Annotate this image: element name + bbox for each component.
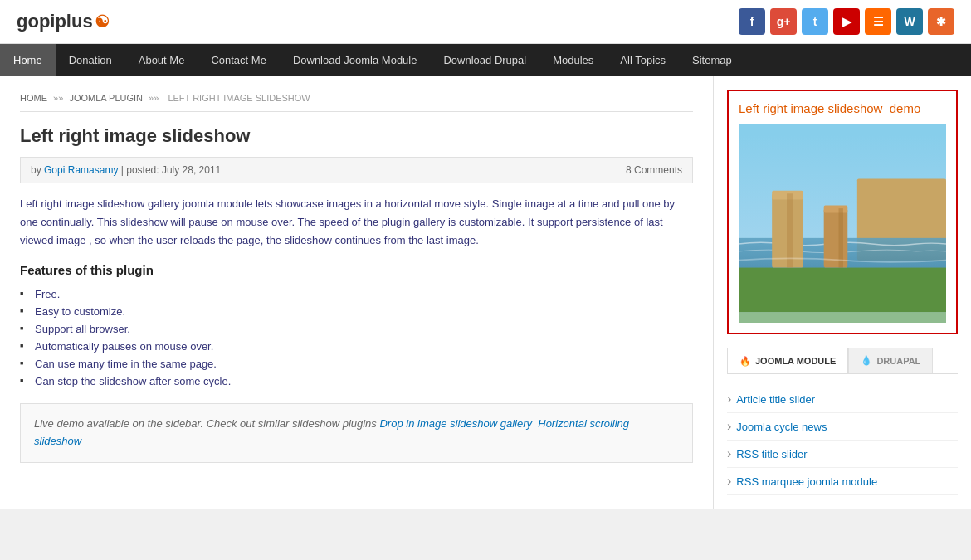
social-icons: f g+ t ▶ ☰ W ✱ [739,8,954,35]
main-container: HOME »» JOOMLA PLUGIN »» LEFT RIGHT IMAG… [0,76,971,509]
tab-joomla-module[interactable]: 🔥 JOOMLA MODULE [727,348,848,373]
article-comments[interactable]: 8 Comments [626,164,682,176]
flame-icon: 🔥 [739,356,751,367]
sidebar-link-3[interactable]: RSS title slider [736,448,807,460]
list-item: RSS title slider [727,441,958,468]
svg-rect-7 [824,206,848,213]
nav-item-contact[interactable]: Contact Me [198,44,279,76]
demo-scene-svg [739,124,946,323]
nav-item-download-joomla[interactable]: Download Joomla Module [280,44,431,76]
rss-icon[interactable]: ☰ [865,8,891,35]
feature-item: Can stop the slideshow after some cycle. [20,373,693,390]
nav-item-modules[interactable]: Modules [539,44,607,76]
article-body: Left right image slideshow gallery jooml… [20,195,693,250]
breadcrumb-sep1: »» [53,93,63,103]
meta-author-info: by Gopi Ramasamy | posted: July 28, 2011 [31,164,221,176]
demo-image [739,124,946,323]
breadcrumb-joomla[interactable]: JOOMLA PLUGIN [69,93,143,103]
article-author: Gopi Ramasamy [44,164,118,176]
features-title: Features of this plugin [20,263,693,277]
list-item: Joomla cycle news [727,413,958,441]
module-tabs: 🔥 JOOMLA MODULE 💧 DRUAPAL [727,348,958,374]
sidebar-link-1[interactable]: Article title slider [736,393,815,406]
google-plus-icon[interactable]: g+ [770,8,797,35]
tab-joomla-label: JOOMLA MODULE [755,356,836,366]
meta-by: by [31,164,41,176]
list-item: RSS marquee joomla module [727,468,958,495]
nav-item-donation[interactable]: Donation [56,44,125,76]
breadcrumb-sep2: »» [149,93,159,103]
logo-icon: ☯ [95,12,110,32]
info-box: Live demo available on the sidebar. Chec… [20,403,693,463]
list-item: Article title slider [727,386,958,413]
feature-item: Easy to customize. [20,303,693,320]
svg-rect-3 [739,268,946,313]
tab-druapal[interactable]: 💧 DRUAPAL [848,348,933,373]
article-title: Left right image slideshow [20,125,693,147]
nav-item-all-topics[interactable]: All Topics [607,44,679,76]
wordpress-icon[interactable]: W [896,8,923,35]
nav-item-sitemap[interactable]: Sitemap [679,44,745,76]
logo[interactable]: gopiplus☯ [17,11,110,32]
sidebar-link-4[interactable]: RSS marquee joomla module [736,475,877,488]
nav-item-home[interactable]: Home [0,44,56,76]
sidebar: Left right image slideshow demo [714,76,971,509]
feature-item: Automatically pauses on mouse over. [20,338,693,355]
sidebar-link-2[interactable]: Joomla cycle news [736,421,827,433]
tab-druapal-label: DRUAPAL [876,356,920,366]
header: gopiplus☯ f g+ t ▶ ☰ W ✱ [0,0,971,44]
feature-item: Can use many time in the same page. [20,355,693,373]
features-list: Free. Easy to customize. Support all bro… [20,285,693,390]
nav-item-about[interactable]: About Me [125,44,198,76]
content-area: HOME »» JOOMLA PLUGIN »» LEFT RIGHT IMAG… [0,76,714,509]
article-paragraph: Left right image slideshow gallery jooml… [20,195,693,250]
main-nav: Home Donation About Me Contact Me Downlo… [0,44,971,76]
feature-item: Support all browser. [20,320,693,338]
slideshow-demo-box: Left right image slideshow demo [727,90,958,334]
info-link-drop-in[interactable]: Drop in image slideshow gallery [379,417,532,430]
youtube-icon[interactable]: ▶ [833,8,860,35]
nav-item-download-drupal[interactable]: Download Drupal [430,44,539,76]
svg-rect-8 [787,193,793,267]
sidebar-links: Article title slider Joomla cycle news R… [727,386,958,495]
breadcrumb: HOME »» JOOMLA PLUGIN »» LEFT RIGHT IMAG… [20,93,693,112]
logo-text: gopiplus [17,11,93,32]
info-text: Live demo available on the sidebar. Chec… [34,417,377,430]
svg-rect-9 [839,208,843,267]
facebook-icon[interactable]: f [739,8,765,35]
article-meta: by Gopi Ramasamy | posted: July 28, 2011… [20,157,693,183]
meta-posted: | posted: July 28, 2011 [121,164,222,176]
breadcrumb-current: LEFT RIGHT IMAGE SLIDESHOW [168,93,310,103]
drop-icon: 💧 [861,355,872,366]
feature-item: Free. [20,285,693,303]
joomla-icon[interactable]: ✱ [928,8,954,35]
demo-title-part1: Left right image slideshow [739,101,882,115]
twitter-icon[interactable]: t [802,8,828,35]
breadcrumb-home[interactable]: HOME [20,93,47,103]
demo-title-part2: demo [890,101,921,115]
demo-title: Left right image slideshow demo [739,101,946,115]
